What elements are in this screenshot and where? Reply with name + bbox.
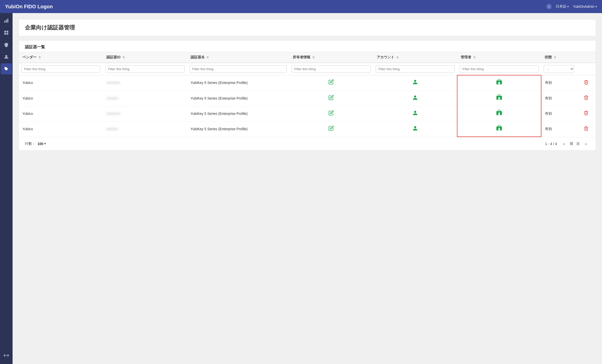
sort-icon-account[interactable]: ⇅ — [396, 56, 399, 59]
next-page-button[interactable]: ▶ — [583, 141, 590, 147]
sort-icon-auth-id[interactable]: ⇅ — [122, 56, 125, 59]
sort-icon-auth-name[interactable]: ⇅ — [206, 56, 209, 59]
filter-owner-input[interactable] — [292, 65, 371, 73]
prev-page-button[interactable]: ◀ — [560, 141, 567, 147]
col-auth-name: 認証器名 ⇅ — [187, 52, 289, 63]
svg-rect-11 — [413, 83, 417, 84]
manager-icon-2[interactable] — [496, 111, 502, 117]
filter-row: - 有効 無効 — [19, 63, 596, 75]
cell-account-3[interactable] — [373, 121, 457, 137]
cell-account-2[interactable] — [373, 106, 457, 121]
prev-label: 前 — [570, 142, 573, 146]
sort-icon-owner[interactable]: ⇅ — [312, 56, 315, 59]
account-icon-0[interactable] — [412, 80, 418, 86]
info-icon[interactable]: i — [546, 4, 552, 9]
svg-rect-6 — [7, 33, 8, 35]
filter-account-input[interactable] — [376, 65, 455, 73]
svg-point-20 — [414, 111, 416, 113]
sort-icon-vendor[interactable]: ⇅ — [38, 56, 41, 59]
svg-point-15 — [414, 96, 416, 98]
col-status: 状態 ⇅ — [541, 52, 576, 63]
filter-vendor-input[interactable] — [21, 65, 100, 73]
cell-auth-name-1: YubiKey 5 Series (Enterprise Profile) — [187, 90, 289, 106]
cell-auth-name-3: YubiKey 5 Series (Enterprise Profile) — [187, 121, 289, 137]
language-menu[interactable]: 日本語 — [556, 4, 569, 9]
sidebar — [0, 13, 13, 364]
page-info: 1 - 4 / 4 — [545, 142, 557, 146]
table-row: Yubico •••••••••• YubiKey 5 Series (Ente… — [19, 90, 596, 106]
manager-icon-3[interactable] — [496, 126, 502, 133]
cell-manager-2[interactable] — [457, 106, 541, 121]
filter-status-cell: - 有効 無効 — [541, 63, 576, 75]
cell-manager-1[interactable] — [457, 90, 541, 106]
user-menu[interactable]: YubiOnAdmin — [573, 5, 597, 9]
svg-point-23 — [498, 112, 500, 114]
cell-manager-0[interactable] — [457, 75, 541, 91]
cell-auth-id-3: •••••••••• — [103, 121, 187, 137]
sidebar-item-chart[interactable] — [1, 15, 12, 26]
section-title: 認証器一覧 — [19, 40, 596, 52]
cell-owner-2[interactable] — [289, 106, 373, 121]
app-title: YubiOn FIDO Logon — [5, 4, 53, 10]
svg-rect-5 — [4, 33, 6, 35]
filter-actions-cell — [577, 63, 596, 75]
cell-delete-0[interactable] — [577, 75, 596, 91]
filter-auth-id-input[interactable] — [105, 65, 184, 73]
delete-icon-2[interactable] — [584, 111, 589, 116]
svg-point-28 — [498, 128, 500, 129]
svg-rect-16 — [413, 99, 417, 100]
svg-point-25 — [414, 126, 416, 128]
sidebar-item-shield[interactable] — [1, 39, 12, 50]
cell-owner-1[interactable] — [289, 90, 373, 106]
filter-manager-input[interactable] — [460, 65, 539, 73]
cell-delete-3[interactable] — [577, 121, 596, 137]
svg-rect-0 — [4, 21, 5, 23]
svg-point-18 — [498, 97, 500, 99]
col-actions — [577, 52, 596, 63]
col-owner: 所有者情報 ⇅ — [289, 52, 373, 63]
filter-auth-name-input[interactable] — [190, 65, 287, 73]
account-icon-2[interactable] — [412, 111, 418, 117]
cell-account-1[interactable] — [373, 90, 457, 106]
cell-status-1: 有効 — [541, 90, 576, 106]
cell-vendor-0: Yubico — [19, 75, 103, 91]
filter-status-select[interactable]: - 有効 無効 — [544, 65, 574, 73]
rows-select[interactable]: 100 — [37, 142, 46, 146]
account-icon-1[interactable] — [412, 96, 418, 102]
owner-edit-icon-3[interactable] — [328, 126, 334, 132]
filter-vendor-cell — [19, 63, 103, 75]
svg-rect-1 — [6, 20, 7, 23]
delete-icon-0[interactable] — [584, 80, 589, 86]
manager-icon-0[interactable] — [496, 80, 502, 87]
svg-rect-2 — [7, 19, 8, 23]
manager-icon-1[interactable] — [496, 96, 502, 102]
cell-delete-2[interactable] — [577, 106, 596, 121]
svg-point-10 — [414, 80, 416, 82]
cell-owner-3[interactable] — [289, 121, 373, 137]
owner-edit-icon-2[interactable] — [328, 111, 334, 117]
sidebar-toggle[interactable] — [1, 350, 12, 361]
owner-edit-icon-0[interactable] — [328, 80, 334, 86]
cell-auth-id-1: •••••••••• — [103, 90, 187, 106]
delete-icon-3[interactable] — [584, 126, 589, 132]
delete-icon-1[interactable] — [584, 96, 589, 101]
table-row: Yubico •••••••••• YubiKey 5 Series (Ente… — [19, 121, 596, 137]
owner-edit-icon-1[interactable] — [328, 95, 334, 102]
account-icon-3[interactable] — [412, 126, 418, 132]
sidebar-item-user[interactable] — [1, 51, 12, 62]
col-account: アカウント ⇅ — [373, 52, 457, 63]
table-row: Yubico •••••••••••• YubiKey 5 Series (En… — [19, 106, 596, 121]
cell-auth-name-2: YubiKey 5 Series (Enterprise Profile) — [187, 106, 289, 121]
sort-icon-manager[interactable]: ⇅ — [473, 56, 476, 59]
cell-manager-3[interactable] — [457, 121, 541, 137]
cell-owner-0[interactable] — [289, 75, 373, 91]
svg-rect-3 — [4, 31, 6, 32]
pagination-bar: 行数： 100 1 - 4 / 4 ◀ 前 次 ▶ — [19, 137, 596, 150]
sort-icon-status[interactable]: ⇅ — [554, 56, 556, 59]
col-manager: 管理者 ⇅ — [457, 52, 541, 63]
svg-rect-4 — [7, 31, 8, 32]
cell-account-0[interactable] — [373, 75, 457, 91]
cell-delete-1[interactable] — [577, 90, 596, 106]
sidebar-item-tag[interactable] — [1, 63, 12, 74]
sidebar-item-grid[interactable] — [1, 27, 12, 38]
